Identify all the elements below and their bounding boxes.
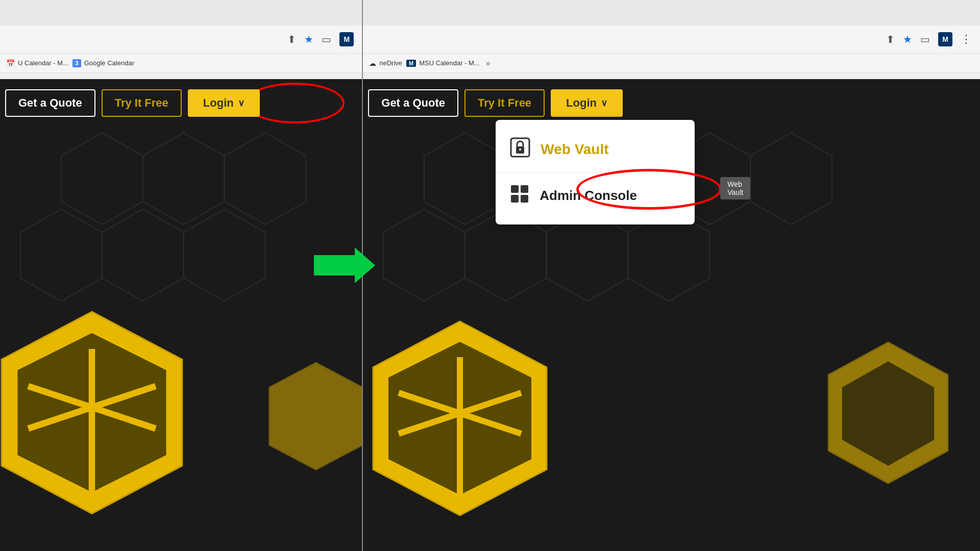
try-free-button-left[interactable]: Try It Free — [102, 89, 182, 117]
bookmark-onedrive[interactable]: ☁ neDrive — [369, 59, 402, 67]
m-extension-icon-right[interactable]: M — [938, 32, 952, 46]
browser-chrome-right: ⬆ ★ ▭ M ⋮ ☁ neDrive M MSU Calendar - M..… — [363, 0, 980, 79]
web-vault-icon — [510, 137, 530, 161]
svg-rect-17 — [521, 185, 528, 193]
sidebar-icon[interactable]: ▭ — [322, 33, 331, 45]
share-icon[interactable]: ⬆ — [287, 33, 296, 45]
svg-rect-16 — [511, 185, 519, 193]
more-menu-icon[interactable]: ⋮ — [961, 33, 972, 46]
browser-chrome-left: ⬆ ★ ▭ M 📅 U Calendar - M... 3 Google Cal… — [0, 0, 362, 79]
tab-bar-left — [0, 0, 362, 26]
svg-marker-29 — [750, 133, 832, 224]
browser-toolbar-left: ⬆ ★ ▭ M — [0, 26, 362, 54]
get-quote-button-left[interactable]: Get a Quote — [5, 89, 95, 117]
bookmark-star-icon[interactable]: ★ — [304, 33, 313, 45]
svg-marker-6 — [61, 133, 143, 224]
browser-toolbar-right: ⬆ ★ ▭ M ⋮ — [363, 26, 980, 54]
hex-tiles-left — [0, 79, 362, 551]
svg-marker-25 — [424, 133, 506, 224]
sidebar-icon-right[interactable]: ▭ — [920, 33, 930, 45]
dropdown-divider — [496, 172, 695, 173]
svg-marker-10 — [102, 209, 184, 301]
web-vault-menu-item[interactable]: Web Vault — [496, 128, 695, 170]
hex-background-right-2 — [817, 332, 960, 510]
admin-console-menu-item[interactable]: Admin Console — [496, 175, 695, 216]
nav-buttons-right: Get a Quote Try It Free Login ∨ — [368, 89, 623, 117]
login-button-left[interactable]: Login ∨ — [188, 89, 260, 117]
web-vault-tooltip: Web Vault — [720, 177, 750, 199]
tab-bar-right — [363, 0, 980, 26]
bookmark-msu-calendar[interactable]: M MSU Calendar - M... — [406, 59, 480, 67]
m-extension-icon[interactable]: M — [339, 32, 354, 46]
svg-marker-9 — [20, 209, 102, 301]
website-left: Get a Quote Try It Free Login ∨ — [0, 79, 362, 551]
login-dropdown-menu: Web Vault Web Vault Adm — [496, 120, 695, 224]
svg-rect-18 — [511, 195, 519, 203]
try-free-button-right[interactable]: Try It Free — [464, 89, 545, 117]
bookmark-google-calendar[interactable]: 3 Google Calendar — [72, 59, 134, 67]
login-button-right[interactable]: Login ∨ — [551, 89, 623, 117]
svg-marker-11 — [184, 209, 265, 301]
bookmarks-bar-right: ☁ neDrive M MSU Calendar - M... » — [363, 54, 980, 73]
share-icon-right[interactable]: ⬆ — [886, 33, 895, 45]
bookmark-calendar-left[interactable]: 📅 U Calendar - M... — [6, 59, 68, 67]
get-quote-button-right[interactable]: Get a Quote — [368, 89, 458, 117]
right-panel: ⬆ ★ ▭ M ⋮ ☁ neDrive M MSU Calendar - M..… — [363, 0, 980, 551]
website-right: Get a Quote Try It Free Login ∨ — [363, 79, 980, 551]
web-vault-label: Web Vault — [541, 141, 608, 158]
svg-rect-19 — [521, 195, 528, 203]
svg-marker-7 — [143, 133, 225, 224]
bookmarks-bar-left: 📅 U Calendar - M... 3 Google Calendar — [0, 54, 362, 73]
bookmark-star-icon-right[interactable]: ★ — [903, 33, 912, 45]
svg-marker-8 — [225, 133, 306, 224]
nav-buttons-left: Get a Quote Try It Free Login ∨ — [5, 89, 260, 117]
admin-console-icon — [510, 184, 529, 207]
bookmarks-more-icon[interactable]: » — [486, 59, 491, 68]
admin-console-label: Admin Console — [540, 188, 637, 204]
svg-point-15 — [519, 148, 521, 151]
svg-marker-30 — [383, 209, 465, 301]
left-panel: ⬆ ★ ▭ M 📅 U Calendar - M... 3 Google Cal… — [0, 0, 362, 551]
